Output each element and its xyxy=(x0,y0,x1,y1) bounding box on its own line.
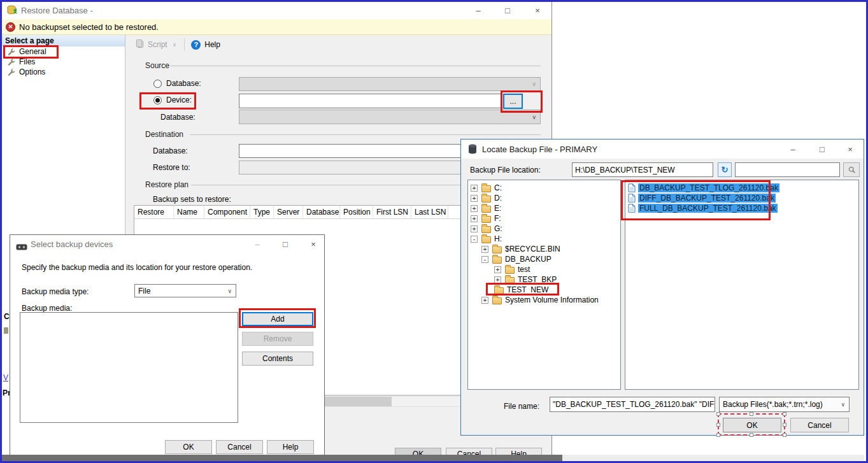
column-header[interactable]: Position xyxy=(340,206,373,218)
expander-icon[interactable]: + xyxy=(471,205,478,212)
file-item[interactable]: FULL_DB_BACKUP_TEST_261120.bak xyxy=(628,203,858,213)
folder-icon xyxy=(481,216,491,223)
expander-icon[interactable]: - xyxy=(481,256,488,263)
backup-file-location-input[interactable]: H:\DB_BACKUP\TEST_NEW xyxy=(572,162,713,177)
view-connection-link-fragment[interactable]: V xyxy=(3,373,8,382)
expander-icon[interactable]: - xyxy=(471,236,478,243)
column-header[interactable]: Restore xyxy=(134,206,174,218)
ok-label: OK xyxy=(183,443,194,452)
tree-item-g[interactable]: +G: xyxy=(468,224,620,234)
chevron-down-icon[interactable]: ∨ xyxy=(173,41,177,48)
column-header[interactable]: Database xyxy=(303,206,340,218)
filter-value: Backup Files(*.bak;*.trn;*.log) xyxy=(723,400,823,409)
tree-item-e[interactable]: +E: xyxy=(468,203,620,213)
help-icon[interactable]: ? xyxy=(191,40,201,50)
tree-item-db-backup[interactable]: -DB_BACKUP xyxy=(468,254,620,264)
help-button[interactable]: Help xyxy=(267,440,314,454)
file-name-input[interactable]: "DB_BACKUP_TEST_TLOG_261120.bak" "DIFF_D… xyxy=(550,397,715,412)
sidebar-item-options[interactable]: Options xyxy=(2,67,125,77)
maximize-icon: □ xyxy=(505,6,510,15)
file-item[interactable]: DIFF_DB_BACKUP_TEST_261120.bak xyxy=(628,193,858,203)
add-button[interactable]: Add xyxy=(242,312,313,326)
close-button[interactable]: × xyxy=(302,235,325,253)
tree-item-h[interactable]: -H: xyxy=(468,234,620,244)
database-radio[interactable] xyxy=(153,80,162,88)
column-header[interactable]: Name xyxy=(174,206,204,218)
group-divider xyxy=(170,66,541,66)
script-button[interactable]: Script xyxy=(148,40,167,49)
close-icon: × xyxy=(311,239,316,249)
expander-icon[interactable]: + xyxy=(494,266,501,273)
source-database2-label: Database: xyxy=(160,113,196,122)
refresh-button[interactable]: ↻ xyxy=(718,162,732,177)
file-list[interactable]: DB_BACKUP_TEST_TLOG_261120.bak DIFF_DB_B… xyxy=(625,180,859,390)
title-bar[interactable]: Select backup devices – □ × xyxy=(10,235,324,253)
folder-icon xyxy=(481,236,491,243)
expander-icon[interactable]: + xyxy=(471,185,478,192)
column-header[interactable]: First LSN xyxy=(373,206,411,218)
file-type-filter-dropdown[interactable]: Backup Files(*.bak;*.trn;*.log) ∨ xyxy=(719,397,850,412)
tree-item-test-bkp[interactable]: +TEST_BKP xyxy=(468,274,620,285)
tree-item-system-volume-information[interactable]: +System Volume Information xyxy=(468,295,620,305)
help-button[interactable]: Help xyxy=(204,40,220,49)
device-radio[interactable] xyxy=(153,96,162,104)
tree-item-label: D: xyxy=(494,194,502,203)
minimize-button[interactable]: – xyxy=(781,139,805,159)
ok-button[interactable]: OK xyxy=(723,418,781,432)
search-button[interactable] xyxy=(843,162,860,177)
backup-media-listbox[interactable] xyxy=(20,312,238,423)
folder-tree[interactable]: +C: +D: +E: +F: +G: -H: +$RECYCLE.BIN -D… xyxy=(467,180,621,390)
expander-icon[interactable]: + xyxy=(494,276,501,283)
title-bar[interactable]: Restore Database - – □ × xyxy=(2,2,551,19)
media-type-value: File xyxy=(138,287,150,296)
file-icon xyxy=(628,194,636,203)
minimize-button[interactable]: – xyxy=(465,2,492,19)
cancel-button[interactable]: Cancel xyxy=(216,440,263,454)
restore-database-icon xyxy=(6,5,18,18)
tree-item-c[interactable]: +C: xyxy=(468,183,620,193)
expander-icon[interactable]: + xyxy=(471,195,478,202)
maximize-icon: □ xyxy=(820,145,825,154)
tree-item-recycle-bin[interactable]: +$RECYCLE.BIN xyxy=(468,244,620,254)
cancel-button[interactable]: Cancel xyxy=(790,418,849,432)
contents-button[interactable]: Contents xyxy=(242,352,313,366)
close-button[interactable]: × xyxy=(524,2,551,19)
column-header[interactable]: Server xyxy=(274,206,303,218)
window-title: Locate Backup File - PRIMARY xyxy=(482,145,597,154)
sidebar-header: Select a page xyxy=(2,35,125,46)
maximize-button[interactable]: □ xyxy=(274,235,297,253)
maximize-button[interactable]: □ xyxy=(810,139,834,159)
minimize-button: – xyxy=(246,235,269,253)
tree-item-f[interactable]: +F: xyxy=(468,213,620,224)
tree-item-label: DB_BACKUP xyxy=(505,255,551,264)
destination-database-label: Database: xyxy=(153,146,188,155)
tree-item-label: F: xyxy=(494,214,501,223)
sidebar-item-files[interactable]: Files xyxy=(2,57,125,67)
title-bar[interactable]: Locate Backup File - PRIMARY – □ × xyxy=(461,139,864,159)
close-button[interactable]: × xyxy=(838,139,862,159)
expander-icon[interactable]: + xyxy=(471,215,478,222)
search-input[interactable] xyxy=(735,162,840,177)
bottom-screen-edge xyxy=(2,455,562,461)
column-header[interactable]: Component xyxy=(204,206,250,218)
sidebar-item-general[interactable]: General xyxy=(2,46,125,57)
column-header[interactable]: Last LSN xyxy=(411,206,448,218)
tree-item-test-new[interactable]: TEST_NEW xyxy=(468,285,620,295)
select-backup-devices-dialog: Select backup devices – □ × Specify the … xyxy=(10,234,325,456)
tree-item-test[interactable]: +test xyxy=(468,264,620,274)
media-type-dropdown[interactable]: File ∨ xyxy=(134,284,236,297)
device-input[interactable] xyxy=(239,94,501,108)
maximize-button[interactable]: □ xyxy=(494,2,521,19)
tree-item-d[interactable]: +D: xyxy=(468,193,620,203)
file-item[interactable]: DB_BACKUP_TEST_TLOG_261120.bak xyxy=(628,183,858,193)
source-database2-dropdown: ∨ xyxy=(239,110,541,124)
expander-icon[interactable]: + xyxy=(481,246,488,253)
tree-item-label: E: xyxy=(494,204,501,213)
column-header[interactable]: Type xyxy=(250,206,274,218)
expander-icon[interactable]: + xyxy=(471,225,478,232)
sidebar-item-label: Options xyxy=(19,68,45,76)
tree-item-label: G: xyxy=(494,224,502,233)
ok-button[interactable]: OK xyxy=(165,440,212,454)
expander-icon[interactable]: + xyxy=(481,297,488,304)
browse-devices-button[interactable]: ... xyxy=(503,94,523,109)
